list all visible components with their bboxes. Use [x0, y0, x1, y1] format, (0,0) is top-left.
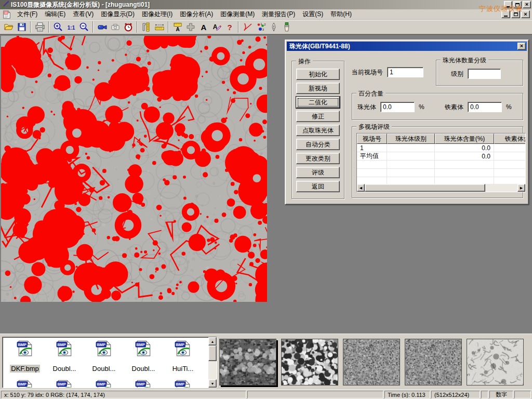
svg-text:2: 2 [264, 23, 265, 26]
dialog-close-icon[interactable]: × [517, 43, 526, 50]
zoom-out-button[interactable] [77, 21, 90, 33]
scroll-left-icon[interactable]: ◀ [357, 184, 365, 192]
current-view-label: 当前视场号 [352, 68, 383, 77]
grade-input[interactable] [468, 69, 501, 79]
annotate-button[interactable]: A [210, 21, 223, 33]
ferrite-percent-input[interactable]: 0.0 [468, 102, 502, 112]
thumbnail-3[interactable] [405, 339, 462, 385]
file-item-row2-0[interactable]: BMP [6, 379, 44, 388]
svg-text:BMP: BMP [57, 382, 66, 387]
child-minimize-button[interactable] [501, 10, 510, 18]
thumbnail-4[interactable] [467, 339, 524, 385]
pearlite-percent-sign: % [419, 103, 424, 111]
file-item-2[interactable]: BMPDoubl... [85, 339, 123, 373]
menu-item-5[interactable]: 图像分析(A) [176, 9, 217, 20]
thumbnail-2[interactable] [343, 339, 400, 385]
pearlite-percent-input[interactable]: 0.0 [380, 102, 415, 112]
scroll-up-icon[interactable]: ▲ [208, 337, 217, 345]
child-restore-button[interactable] [511, 10, 520, 18]
vscroll-thumb[interactable] [208, 345, 217, 361]
document-icon[interactable] [2, 10, 11, 19]
metallographic-image[interactable] [1, 36, 267, 302]
svg-text:BMP: BMP [97, 382, 105, 387]
count-points-button[interactable]: 123 [254, 21, 267, 33]
scroll-down-icon[interactable]: ▼ [208, 379, 217, 388]
status-end-panel [514, 391, 531, 398]
file-item-row2-3[interactable]: BMP [124, 379, 163, 388]
menu-item-1[interactable]: 编辑(E) [41, 9, 69, 20]
table-cell: 0.0 [435, 152, 494, 160]
menu-item-2[interactable]: 查看(V) [69, 9, 97, 20]
file-browser[interactable]: BMPDKF.bmpBMPDoubl...BMPDoubl...BMPDoubl… [2, 337, 217, 388]
op-button-0[interactable]: 初始化 [296, 69, 340, 80]
file-item-1[interactable]: BMPDoubl... [45, 339, 84, 373]
dialog-title-bar[interactable]: 珠光体(GB/T9441-88) × [287, 42, 527, 51]
text-button[interactable]: A [197, 21, 210, 33]
table-row-1[interactable]: 平均值0.0 [357, 152, 525, 161]
zoom-in-button[interactable] [51, 21, 64, 33]
video-camera-button[interactable] [96, 21, 109, 33]
operation-buttons: 初始化新视场二值化修正点取珠光体自动分类更改类别评级返回 [296, 69, 340, 195]
brush-button[interactable] [280, 21, 293, 33]
close-button[interactable]: × [523, 1, 531, 8]
one-to-one-button[interactable]: 1:1 [64, 21, 77, 33]
pen-button[interactable] [267, 21, 280, 33]
file-name: Doubl... [91, 365, 117, 373]
hscroll-thumb[interactable] [365, 184, 485, 192]
file-item-row2-4[interactable]: BMP [164, 379, 202, 388]
op-button-8[interactable]: 返回 [296, 181, 340, 192]
print-button[interactable] [33, 21, 46, 33]
thumbnail-0[interactable] [219, 339, 276, 385]
measure-text-button[interactable]: A [171, 21, 184, 33]
op-button-1[interactable]: 新视场 [296, 83, 340, 94]
cursor-position-readout: x: 510 y: 79 idx: 0 RGB: (174, 174, 174) [1, 391, 246, 398]
table-cell [494, 161, 526, 168]
open-button[interactable] [2, 21, 15, 33]
restore-button[interactable] [513, 1, 522, 8]
op-button-5[interactable]: 自动分类 [296, 139, 340, 150]
curve-icon [243, 22, 253, 32]
op-button-6[interactable]: 更改类别 [296, 153, 340, 164]
menu-item-9[interactable]: 帮助(H) [327, 9, 355, 20]
current-view-input[interactable]: 1 [387, 67, 423, 77]
file-item-4[interactable]: BMPHuiTi... [164, 339, 202, 373]
mode-indicator: 数字 [489, 391, 513, 398]
multiview-table[interactable]: 视场号珠光体级别珠光体含量(%)铁素体含量(%)10.0平均值0.0◀▶ [356, 133, 526, 192]
timer-button[interactable] [122, 21, 135, 33]
menu-item-3[interactable]: 图像显示(D) [97, 9, 138, 20]
table-row-2[interactable] [357, 161, 525, 169]
menu-item-8[interactable]: 设置(S) [299, 9, 327, 20]
caliper-button[interactable] [140, 21, 153, 33]
op-button-3[interactable]: 修正 [296, 111, 340, 122]
brush-icon [282, 22, 292, 32]
ruler-button[interactable] [153, 21, 166, 33]
menu-item-7[interactable]: 测量报告(P) [258, 9, 299, 20]
bmp-file-icon: BMP [135, 339, 152, 357]
app-icon [1, 1, 9, 9]
file-item-row2-1[interactable]: BMP [45, 379, 84, 388]
op-button-4[interactable]: 点取珠光体 [296, 125, 340, 136]
minimize-button[interactable] [504, 1, 512, 8]
menu-item-6[interactable]: 图像测量(M) [217, 9, 258, 20]
op-button-2[interactable]: 二值化 [296, 97, 340, 108]
table-hscrollbar[interactable]: ◀▶ [357, 184, 525, 192]
menu-item-4[interactable]: 图像处理(I) [138, 9, 176, 20]
file-browser-vscrollbar[interactable]: ▲▼ [208, 337, 217, 388]
table-row-3[interactable] [357, 169, 525, 177]
save-button[interactable] [15, 21, 28, 33]
op-button-7[interactable]: 评级 [296, 167, 340, 178]
thumbnail-1[interactable] [281, 339, 338, 385]
file-name: Doubl... [52, 365, 77, 373]
table-row-0[interactable]: 10.0 [357, 144, 525, 152]
file-item-0[interactable]: BMPDKF.bmp [6, 339, 44, 373]
camera-button[interactable] [109, 21, 122, 33]
help-button[interactable]: ? [223, 21, 236, 33]
file-item-3[interactable]: BMPDoubl... [124, 339, 163, 373]
grid-button[interactable] [184, 21, 197, 33]
scroll-right-icon[interactable]: ▶ [517, 184, 525, 192]
table-cell [435, 169, 494, 177]
menu-item-0[interactable]: 文件(F) [14, 9, 41, 20]
file-item-row2-2[interactable]: BMP [85, 379, 123, 388]
curve-button[interactable] [241, 21, 254, 33]
child-close-button[interactable]: × [521, 10, 530, 18]
